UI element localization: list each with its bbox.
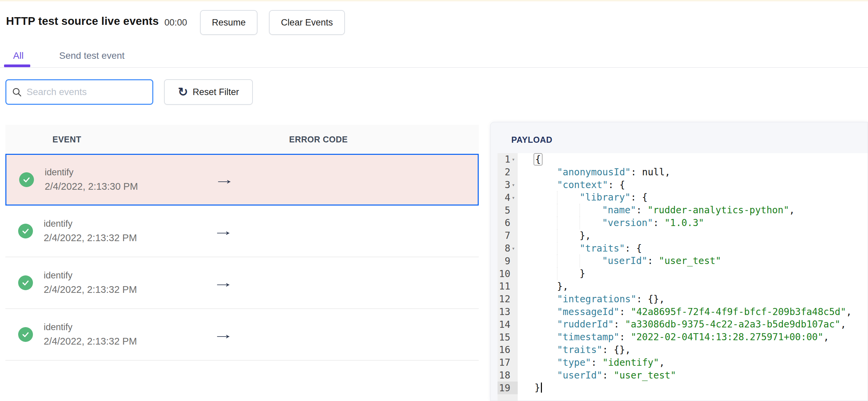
fold-toggle-icon[interactable]: ▾ bbox=[510, 182, 516, 188]
code-line[interactable]: "timestamp": "2022-02-04T14:13:28.275971… bbox=[518, 331, 868, 343]
column-header-error-code: ERROR CODE bbox=[289, 135, 348, 144]
row-arrow-icon: → bbox=[213, 223, 234, 238]
line-number: 13 bbox=[498, 306, 518, 319]
search-events-box[interactable] bbox=[5, 79, 153, 105]
code-line[interactable]: } bbox=[518, 267, 868, 280]
code-line[interactable]: "userId": "user_test" bbox=[518, 369, 868, 382]
editor-code-area[interactable]: {"anonymousId": null,"context": {"librar… bbox=[518, 153, 868, 401]
event-texts: identify2/4/2022, 2:13:30 PM bbox=[45, 167, 138, 192]
json-token-k: "userId" bbox=[602, 255, 648, 266]
code-line[interactable]: "integrations": {}, bbox=[518, 293, 868, 306]
indent-guide bbox=[557, 255, 557, 267]
code-line[interactable]: "version": "1.0.3" bbox=[518, 216, 868, 229]
column-header-event: EVENT bbox=[53, 135, 81, 144]
indent-guide bbox=[580, 204, 580, 216]
line-number: 16 bbox=[498, 343, 518, 356]
editor-gutter: 1▾23▾4▾5678▾910111213141516171819 bbox=[498, 153, 518, 401]
event-timestamp: 2/4/2022, 2:13:32 PM bbox=[44, 284, 137, 295]
line-number: 5 bbox=[498, 204, 518, 216]
event-row[interactable]: identify2/4/2022, 2:13:32 PM→ bbox=[5, 309, 479, 361]
json-token-k: "library" bbox=[580, 192, 631, 203]
json-token-p: : bbox=[653, 217, 664, 228]
code-line[interactable]: "rudderId": "a33086db-9375-4c22-a2a3-b5d… bbox=[518, 318, 868, 331]
event-texts: identify2/4/2022, 2:13:32 PM bbox=[44, 219, 137, 243]
json-token-s: "user_test" bbox=[614, 370, 676, 381]
json-token-p: : { bbox=[631, 192, 648, 203]
payload-json-editor[interactable]: 1▾23▾4▾5678▾910111213141516171819 {"anon… bbox=[498, 153, 868, 401]
json-token-k: "timestamp" bbox=[557, 332, 619, 342]
indent-guide bbox=[557, 229, 557, 242]
code-line[interactable]: "traits": { bbox=[518, 242, 868, 255]
resume-button-label: Resume bbox=[212, 18, 246, 28]
json-token-b: { bbox=[533, 153, 542, 166]
success-check-icon bbox=[18, 275, 33, 290]
reset-filter-button[interactable]: ↻ Reset Filter bbox=[164, 79, 253, 105]
json-token-p: : bbox=[619, 332, 631, 342]
success-check-icon bbox=[19, 172, 34, 187]
code-line[interactable]: "anonymousId": null, bbox=[518, 166, 868, 179]
tabs-divider bbox=[0, 67, 868, 68]
json-token-k: "context" bbox=[557, 179, 608, 191]
live-events-table: EVENT ERROR CODE identify2/4/2022, 2:13:… bbox=[5, 125, 479, 361]
event-row[interactable]: identify2/4/2022, 2:13:32 PM→ bbox=[5, 257, 479, 309]
json-token-p: : { bbox=[625, 243, 642, 254]
event-rows: identify2/4/2022, 2:13:30 PM→identify2/4… bbox=[5, 154, 479, 361]
code-line[interactable]: "userId": "user_test" bbox=[518, 255, 868, 267]
code-line[interactable]: "type": "identify", bbox=[518, 356, 868, 369]
code-line[interactable]: "name": "rudder-analytics-python", bbox=[518, 204, 868, 216]
code-line[interactable]: }, bbox=[518, 229, 868, 242]
line-number: 4▾ bbox=[498, 191, 518, 204]
json-token-k: "traits" bbox=[557, 344, 602, 355]
json-token-p: } bbox=[580, 268, 585, 279]
tab-send-test-event[interactable]: Send test event bbox=[59, 51, 125, 61]
code-line[interactable]: }, bbox=[518, 280, 868, 293]
code-line[interactable]: "library": { bbox=[518, 191, 868, 204]
json-token-s: "2022-02-04T14:13:28.275971+00:00" bbox=[631, 332, 823, 342]
json-token-s: "1.0.3" bbox=[664, 217, 704, 228]
fold-toggle-icon[interactable]: ▾ bbox=[510, 195, 516, 201]
event-timestamp: 2/4/2022, 2:13:32 PM bbox=[44, 336, 137, 347]
event-row[interactable]: identify2/4/2022, 2:13:32 PM→ bbox=[5, 205, 479, 257]
fold-toggle-icon[interactable]: ▾ bbox=[510, 245, 516, 252]
json-token-p: : bbox=[614, 319, 625, 330]
json-token-p: , bbox=[659, 357, 664, 368]
reset-icon: ↻ bbox=[178, 86, 188, 98]
indent-guide bbox=[580, 216, 580, 229]
resume-button[interactable]: Resume bbox=[200, 10, 257, 35]
code-line[interactable]: { bbox=[518, 153, 868, 166]
json-token-s: "42a8695f-72f4-4f9f-bfcf-209b3fa48c5d" bbox=[631, 306, 846, 318]
json-token-p: : bbox=[591, 357, 602, 368]
json-token-p: : bbox=[602, 370, 614, 381]
tab-all[interactable]: All bbox=[13, 51, 24, 61]
code-line[interactable]: } bbox=[518, 381, 868, 394]
code-line[interactable]: "messageId": "42a8695f-72f4-4f9f-bfcf-20… bbox=[518, 306, 868, 319]
line-number: 17 bbox=[498, 356, 518, 369]
clear-events-button[interactable]: Clear Events bbox=[269, 10, 345, 35]
line-number: 19 bbox=[498, 381, 518, 394]
json-token-s: "rudder-analytics-python" bbox=[648, 204, 789, 215]
line-number: 14 bbox=[498, 318, 518, 331]
event-timestamp: 2/4/2022, 2:13:32 PM bbox=[44, 232, 137, 243]
line-number: 8▾ bbox=[498, 242, 518, 255]
row-arrow-icon: → bbox=[213, 275, 234, 290]
line-number: 11 bbox=[498, 280, 518, 293]
json-token-k: "rudderId" bbox=[557, 319, 614, 330]
json-token-p: }, bbox=[580, 230, 591, 241]
event-timestamp: 2/4/2022, 2:13:30 PM bbox=[45, 181, 138, 192]
line-number: 7 bbox=[498, 229, 518, 242]
fold-toggle-icon[interactable]: ▾ bbox=[510, 156, 516, 163]
top-accent-strip bbox=[0, 0, 868, 1]
event-name: identify bbox=[44, 270, 137, 281]
json-token-p: : null, bbox=[631, 167, 670, 178]
row-arrow-icon: → bbox=[213, 327, 234, 342]
live-timer: 00:00 bbox=[164, 18, 187, 28]
event-row[interactable]: identify2/4/2022, 2:13:30 PM→ bbox=[5, 154, 479, 205]
search-icon bbox=[12, 87, 22, 97]
code-line[interactable]: "traits": {}, bbox=[518, 343, 868, 356]
line-number: 12 bbox=[498, 293, 518, 306]
line-number: 2 bbox=[498, 166, 518, 179]
search-input[interactable] bbox=[27, 87, 147, 97]
json-token-k: "userId" bbox=[557, 370, 602, 381]
event-name: identify bbox=[44, 322, 137, 333]
code-line[interactable]: "context": { bbox=[518, 179, 868, 192]
